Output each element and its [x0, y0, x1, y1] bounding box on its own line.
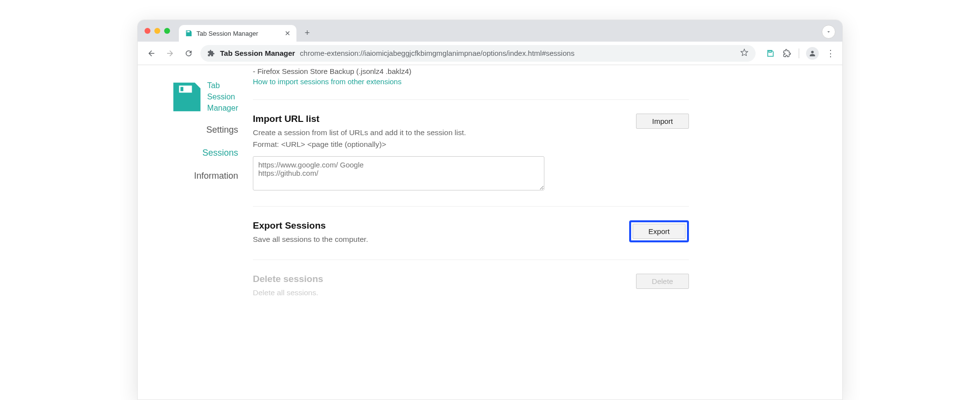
import-url-title: Import URL list	[253, 114, 626, 124]
extension-pin-icon[interactable]	[765, 48, 775, 58]
export-title: Export Sessions	[253, 220, 619, 231]
titlebar: Tab Session Manager ✕ +	[138, 20, 842, 42]
section-delete: Delete sessions Delete all sessions. Del…	[253, 260, 689, 305]
tab-title: Tab Session Manager	[196, 30, 258, 37]
kebab-menu-icon[interactable]: ⋮	[826, 48, 835, 58]
backup-format-line: - Firefox Session Store Backup (.jsonlz4…	[253, 67, 689, 75]
delete-title: Delete sessions	[253, 274, 626, 284]
extension-icon	[207, 49, 215, 57]
app-name: Tab Session Manager	[207, 80, 238, 114]
maximize-window-button[interactable]	[164, 28, 170, 34]
bookmark-star-icon[interactable]	[740, 48, 749, 58]
import-button[interactable]: Import	[636, 114, 689, 129]
sidebar-item-settings[interactable]: Settings	[168, 125, 238, 135]
tab-favicon	[185, 29, 193, 37]
main-panel: - Firefox Session Store Backup (.jsonlz4…	[238, 65, 704, 305]
page-content: Tab Session Manager Settings Sessions In…	[138, 65, 842, 305]
app-logo[interactable]: Tab Session Manager	[168, 80, 238, 114]
section-export: Export Sessions Save all sessions to the…	[253, 207, 689, 260]
traffic-lights	[145, 28, 170, 34]
back-button[interactable]	[145, 47, 158, 60]
new-tab-button[interactable]: +	[300, 26, 314, 40]
site-label: Tab Session Manager	[220, 49, 295, 57]
reload-button[interactable]	[182, 47, 196, 60]
export-desc: Save all sessions to the computer.	[253, 234, 619, 245]
export-button[interactable]: Export	[633, 224, 686, 239]
close-window-button[interactable]	[145, 28, 150, 34]
delete-button[interactable]: Delete	[636, 274, 689, 289]
import-url-desc1: Create a session from list of URLs and a…	[253, 127, 626, 138]
delete-desc: Delete all sessions.	[253, 287, 626, 298]
section-import-url: Import URL list Create a session from li…	[253, 100, 689, 207]
minimize-window-button[interactable]	[154, 28, 160, 34]
import-help-link[interactable]: How to import sessions from other extens…	[253, 77, 689, 86]
browser-window: Tab Session Manager ✕ + Tab Session Mana…	[137, 20, 843, 400]
forward-button[interactable]	[163, 47, 177, 60]
export-highlight: Export	[629, 220, 689, 242]
section-import-partial: - Firefox Session Store Backup (.jsonlz4…	[253, 65, 689, 100]
toolbar-divider	[799, 48, 799, 58]
extensions-icon[interactable]	[782, 48, 792, 58]
address-bar[interactable]: Tab Session Manager chrome-extension://i…	[200, 45, 756, 62]
floppy-icon	[169, 80, 203, 114]
toolbar-right: ⋮	[765, 47, 835, 60]
import-url-desc2: Format: <URL> <page title (optionally)>	[253, 139, 626, 150]
url-text: chrome-extension://iaiomicjabeggjcfkbimg…	[300, 49, 574, 57]
tab-close-icon[interactable]: ✕	[285, 29, 291, 37]
browser-tab[interactable]: Tab Session Manager ✕	[179, 25, 296, 42]
tab-search-button[interactable]	[822, 25, 835, 39]
sidebar-item-sessions[interactable]: Sessions	[168, 148, 238, 158]
sidebar: Tab Session Manager Settings Sessions In…	[138, 65, 238, 305]
url-list-input[interactable]	[253, 156, 544, 190]
sidebar-item-information[interactable]: Information	[168, 171, 238, 181]
toolbar: Tab Session Manager chrome-extension://i…	[138, 42, 842, 65]
profile-avatar[interactable]	[806, 47, 819, 60]
